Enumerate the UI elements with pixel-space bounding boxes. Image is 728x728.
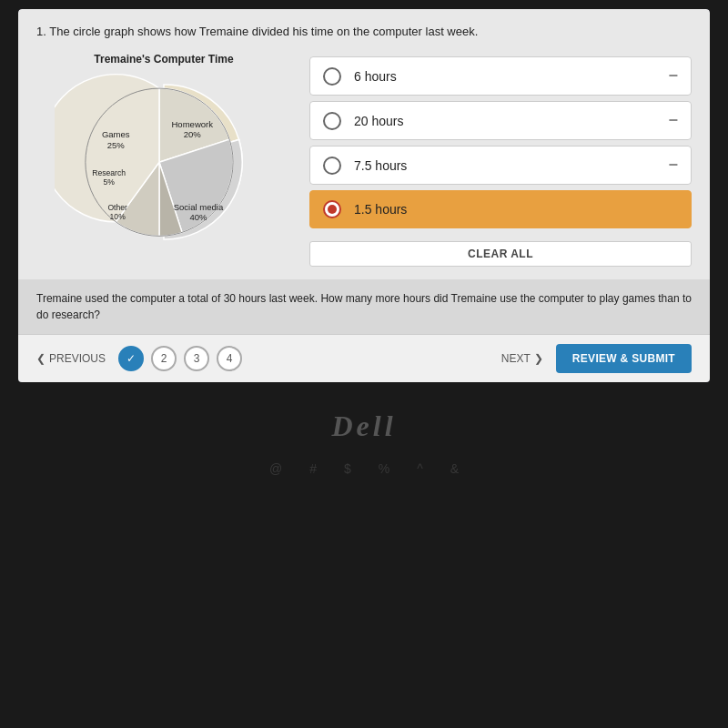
option-20-hours[interactable]: 20 hours − [309,101,692,140]
dot-2-label: 2 [161,352,167,365]
bottom-navigation: ❮ PREVIOUS ✓ 2 3 4 NEXT ❯ REVIEW & SUBMI… [18,334,710,382]
dell-brand: Dell [331,410,396,443]
label-other: Other [107,203,127,212]
question-dots: ✓ 2 3 4 [118,346,242,371]
option-6-hours[interactable]: 6 hours − [309,56,692,96]
radio-1-5-hours[interactable] [323,200,341,218]
dot-3[interactable]: 3 [184,346,209,371]
label-games-pct: 25% [107,140,126,150]
option-20-hours-label: 20 hours [354,114,403,128]
dot-4-label: 4 [227,352,233,365]
radio-6-hours[interactable] [323,67,341,86]
label-social: Social media [174,202,224,212]
dot-3-label: 3 [194,352,200,365]
checkmark-icon: ✓ [126,352,136,365]
question-text: 1. The circle graph shows how Tremaine d… [36,24,692,40]
next-label: NEXT [501,352,531,365]
key-ampersand: & [450,461,459,476]
label-social-pct: 40% [189,212,207,222]
option-7-5-hours-label: 7.5 hours [354,158,407,173]
dot-1[interactable]: ✓ [118,346,144,371]
previous-label: PREVIOUS [49,352,106,365]
key-dollar: $ [344,461,351,476]
dot-2[interactable]: 2 [151,346,177,371]
radio-20-hours[interactable] [323,112,341,130]
radio-7-5-hours[interactable] [323,157,341,175]
clear-all-button[interactable]: CLEAR ALL [309,241,692,267]
radio-inner-1-5 [328,205,337,214]
question-footer: Tremaine used the computer a total of 30… [18,279,710,334]
chart-title: Tremaine's Computer Time [36,53,291,66]
footer-text: Tremaine used the computer a total of 30… [36,292,692,321]
left-arrow-icon: ❮ [36,352,46,365]
option-1-5-hours-label: 1.5 hours [354,202,407,217]
minus-icon-1[interactable]: − [668,66,678,86]
key-percent: % [379,461,389,476]
key-at: @ [269,461,282,476]
previous-button[interactable]: ❮ PREVIOUS [36,352,106,365]
pie-chart-main: Homework 20% Games 25% Research 5% Other… [55,71,264,262]
keyboard-hint: @ # $ % ^ & [269,461,459,476]
answer-options: 6 hours − 20 hours − 7.5 hours − [309,53,692,267]
label-games: Games [102,130,130,140]
review-submit-button[interactable]: REVIEW & SUBMIT [556,344,692,373]
minus-icon-2[interactable]: − [668,111,678,130]
option-6-hours-label: 6 hours [354,69,397,84]
dot-4[interactable]: 4 [217,346,242,371]
label-other-pct: 10% [110,212,126,221]
minus-icon-3[interactable]: − [668,156,678,175]
key-hash: # [309,461,317,476]
label-homework-pct: 20% [184,130,202,140]
option-7-5-hours[interactable]: 7.5 hours − [309,146,692,185]
right-arrow-icon: ❯ [534,352,543,365]
label-research-pct: 5% [103,177,115,187]
key-caret: ^ [417,461,423,476]
next-button[interactable]: NEXT ❯ [501,352,543,365]
option-1-5-hours[interactable]: 1.5 hours [309,190,692,228]
label-research: Research [92,168,126,177]
label-homework: Homework [171,119,213,129]
